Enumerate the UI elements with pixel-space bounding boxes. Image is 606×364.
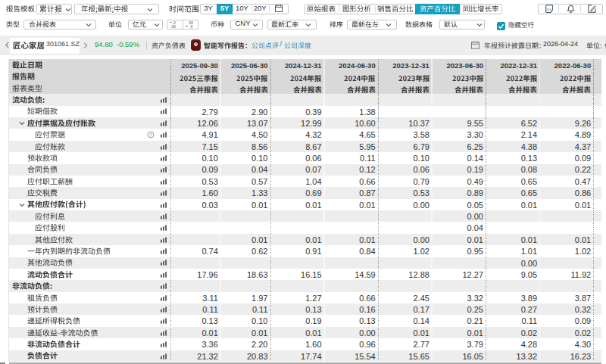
svg-text:.0: .0 xyxy=(189,24,192,28)
svg-text:XLS: XLS xyxy=(546,8,551,11)
svg-text:.00: .00 xyxy=(170,24,176,28)
